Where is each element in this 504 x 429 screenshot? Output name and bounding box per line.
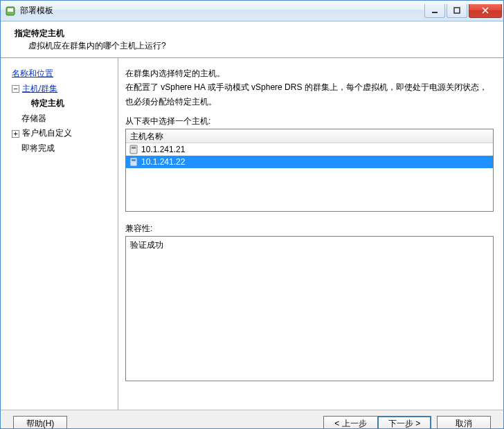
wizard-header: 指定特定主机 虚拟机应在群集内的哪个主机上运行? [1, 21, 503, 58]
nav-step-specific-host: 特定主机 [12, 96, 112, 111]
nav-button-pair: < 上一步 下一步 > [323, 416, 431, 430]
instruction-line2: 在配置了 vSphere HA 或手动模式 vSphere DRS 的群集上，每… [125, 80, 494, 109]
wizard-body: 名称和位置 −主机/群集 特定主机 存储器 +客户机自定义 即将完成 在群集内选… [1, 58, 503, 410]
compatibility-box: 验证成功 [125, 236, 494, 381]
content-pane: 在群集内选择特定的主机。 在配置了 vSphere HA 或手动模式 vSphe… [118, 58, 503, 410]
nav-step-storage: 存储器 [12, 111, 112, 127]
wizard-nav: 名称和位置 −主机/群集 特定主机 存储器 +客户机自定义 即将完成 [1, 58, 118, 410]
instruction-line1: 在群集内选择特定的主机。 [125, 66, 494, 80]
window-title: 部署模板 [20, 5, 53, 17]
svg-rect-6 [130, 158, 137, 166]
nav-link-label: 主机/群集 [22, 84, 57, 93]
svg-rect-5 [132, 147, 136, 149]
wizard-footer: 帮助(H) < 上一步 下一步 > 取消 [1, 410, 503, 429]
host-icon [129, 145, 138, 154]
nav-step-host-cluster[interactable]: −主机/群集 [12, 82, 112, 97]
page-subtitle: 虚拟机应在群集内的哪个主机上运行? [15, 39, 496, 52]
nav-link-label: 名称和位置 [12, 69, 53, 78]
back-button[interactable]: < 上一步 [323, 416, 377, 430]
svg-rect-4 [130, 145, 137, 154]
page-title: 指定特定主机 [15, 27, 496, 39]
minimize-button[interactable] [424, 4, 445, 18]
nav-step-ready-to-complete: 即将完成 [12, 141, 112, 156]
table-row[interactable]: 10.1.241.21 [126, 143, 493, 156]
maximize-button[interactable] [447, 4, 467, 18]
host-ip: 10.1.241.21 [141, 145, 185, 154]
close-button[interactable] [469, 4, 502, 18]
app-icon [5, 6, 16, 17]
titlebar: 部署模板 [1, 1, 503, 21]
tree-expand-icon[interactable]: + [12, 130, 19, 138]
table-row[interactable]: 10.1.241.22 [126, 156, 493, 168]
svg-rect-7 [132, 159, 136, 161]
host-table[interactable]: 主机名称 10.1.241.21 [125, 129, 494, 212]
compatibility-result: 验证成功 [130, 239, 489, 251]
table-prompt: 从下表中选择一个主机: [125, 116, 494, 127]
window-controls [424, 4, 502, 18]
tree-collapse-icon[interactable]: − [12, 85, 19, 93]
svg-rect-2 [432, 12, 438, 13]
host-icon [129, 157, 138, 167]
compatibility-section: 兼容性: 验证成功 [125, 223, 494, 381]
nav-label: 客户机自定义 [22, 128, 72, 138]
svg-rect-3 [454, 8, 460, 13]
host-table-body: 10.1.241.21 10.1.241.22 [126, 143, 493, 211]
nav-step-name-location[interactable]: 名称和位置 [12, 66, 112, 82]
cancel-button[interactable]: 取消 [437, 416, 491, 429]
compatibility-label: 兼容性: [125, 223, 494, 235]
svg-rect-1 [8, 8, 13, 12]
help-button[interactable]: 帮助(H) [13, 416, 67, 429]
nav-step-guest-customization: +客户机自定义 [12, 126, 112, 141]
instructions: 在群集内选择特定的主机。 在配置了 vSphere HA 或手动模式 vSphe… [125, 66, 494, 109]
column-header-hostname[interactable]: 主机名称 [126, 129, 493, 143]
host-ip: 10.1.241.22 [141, 157, 185, 167]
next-button[interactable]: 下一步 > [377, 416, 431, 430]
